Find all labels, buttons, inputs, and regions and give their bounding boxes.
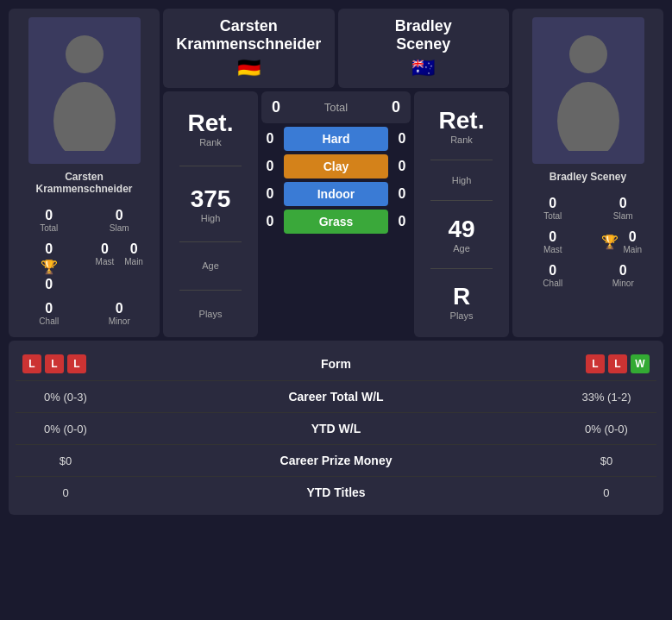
p2-form-badge-0: L — [586, 354, 605, 373]
surface-stats: 0 Total 0 0 Hard 0 0 Cla — [261, 91, 411, 337]
svg-point-3 — [557, 82, 619, 151]
player2-rank-card: Ret. Rank High 49 Age — [414, 91, 509, 337]
player1-mast-box: 0 Mast — [93, 239, 117, 269]
player2-slam-label: Slam — [613, 211, 633, 221]
player1-rank-value: Ret. — [188, 110, 234, 137]
player1-rank-card: Ret. Rank 375 High Age — [163, 91, 258, 337]
svg-point-0 — [66, 35, 104, 73]
player2-trophy-row: 🏆 0 Main — [590, 227, 657, 257]
hard-left: 0 — [261, 131, 279, 147]
player2-mast-stat: 0 Mast — [519, 227, 587, 257]
player2-chall-label: Chall — [543, 279, 562, 288]
player2-rank-item: Ret. Rank — [439, 107, 485, 145]
rank-divider-3 — [179, 290, 242, 291]
player1-age-label: Age — [202, 260, 219, 271]
career-row-1: 0% (0-0) YTD W/L 0% (0-0) — [16, 413, 656, 445]
player1-chall-value: 0 — [45, 301, 53, 316]
p2-form-badge-2: W — [631, 354, 650, 373]
player2-age-label: Age — [448, 243, 474, 254]
player1-card: Carsten Krammenschneider 0 Total 0 Slam … — [9, 9, 160, 337]
player1-main-value: 0 — [45, 277, 53, 292]
hard-badge: Hard — [284, 127, 388, 151]
player1-rank-item: Ret. Rank — [188, 110, 234, 147]
clay-left: 0 — [261, 159, 279, 174]
career-left-1: 0% (0-0) — [22, 423, 109, 435]
player1-mast-stat: 0 🏆 0 — [16, 239, 83, 295]
career-row-3: 0 YTD Titles 0 — [16, 477, 656, 508]
player1-slam-stat: 0 Slam — [86, 205, 154, 235]
player1-chall-stat: 0 Chall — [16, 298, 83, 329]
player2-chall-value: 0 — [549, 263, 556, 279]
player2-age-value: 49 — [448, 216, 474, 243]
career-right-1: 0% (0-0) — [563, 423, 650, 435]
career-right-2: $0 — [563, 454, 650, 467]
form-label: Form — [321, 357, 351, 371]
top-section: Carsten Krammenschneider 0 Total 0 Slam … — [9, 9, 663, 337]
player2-main-value: 0 — [629, 229, 637, 245]
player2-slam-stat: 0 Slam — [590, 193, 657, 223]
p1-form-badge-2: L — [67, 354, 86, 373]
indoor-left: 0 — [261, 186, 279, 202]
player1-slam-value: 0 — [116, 208, 123, 223]
player1-trophy-icon: 🏆 — [41, 259, 58, 275]
career-row-2: $0 Career Prize Money $0 — [16, 445, 656, 477]
bottom-stats: L L L Form L L W 0% (0-3) Career Total W… — [9, 341, 663, 515]
player1-form-badges: L L L — [22, 354, 86, 373]
p2-rank-divider-2 — [430, 200, 493, 201]
hard-row: 0 Hard 0 — [261, 127, 411, 151]
player2-minor-value: 0 — [619, 263, 627, 279]
player1-minor-value: 0 — [116, 301, 123, 316]
player2-plays-item: R Plays — [450, 283, 474, 321]
career-center-1: YTD W/L — [311, 422, 361, 435]
rank-divider-2 — [179, 241, 242, 242]
career-right-3: 0 — [563, 486, 650, 499]
player2-minor-stat: 0 Minor — [590, 260, 657, 291]
player1-total-stat: 0 Total — [16, 205, 83, 235]
p2-rank-divider-1 — [430, 160, 493, 160]
player2-rank-label: Rank — [439, 135, 485, 145]
player2-age-item: 49 Age — [448, 216, 474, 254]
player1-high-label: High — [191, 213, 231, 223]
form-row: L L L Form L L W — [16, 348, 656, 381]
p1-form-badge-0: L — [22, 354, 41, 373]
player1-total-label: Total — [40, 223, 58, 233]
clay-badge: Clay — [284, 154, 388, 178]
indoor-badge: Indoor — [284, 182, 388, 206]
player2-plays-sublabel: Plays — [450, 310, 474, 321]
grass-row: 0 Grass 0 — [261, 210, 411, 234]
p1-mast-val: 0 — [101, 241, 109, 257]
player2-slam-value: 0 — [619, 196, 627, 211]
player2-high-value: High — [452, 175, 472, 185]
career-left-2: $0 — [22, 454, 109, 467]
player1-minor-stat: 0 Minor — [86, 298, 154, 329]
player1-stats: 0 Total 0 Slam 0 🏆 0 0 Mast — [16, 205, 153, 329]
p1-main-lbl: Main — [124, 257, 143, 266]
p1-main-val: 0 — [130, 241, 138, 257]
total-right: 0 — [392, 98, 400, 116]
p1-form-badge-1: L — [45, 354, 64, 373]
total-left: 0 — [272, 98, 280, 116]
clay-right: 0 — [393, 159, 411, 174]
player2-rank-value: Ret. — [439, 107, 485, 135]
clay-row: 0 Clay 0 — [261, 154, 411, 178]
player1-plays-label: Plays — [199, 309, 223, 319]
career-right-0: 33% (1-2) — [563, 391, 650, 404]
player2-name: Bradley Sceney — [550, 171, 626, 183]
player2-form-badges: L L W — [586, 354, 650, 373]
indoor-row: 0 Indoor 0 — [261, 182, 411, 206]
player2-total-value: 0 — [549, 196, 556, 211]
player2-title: BradleySceney — [395, 17, 452, 53]
career-row-0: 0% (0-3) Career Total W/L 33% (1-2) — [16, 381, 656, 413]
player1-name: Carsten Krammenschneider — [16, 171, 153, 195]
hard-right: 0 — [393, 131, 411, 147]
player1-high-item: 375 High — [191, 185, 231, 223]
player2-main-stat: 0 Main — [620, 227, 644, 257]
player1-minor-label: Minor — [109, 316, 130, 326]
p1-mast-lbl: Mast — [96, 257, 115, 266]
player2-total-stat: 0 Total — [519, 193, 587, 223]
rank-divider-1 — [179, 166, 242, 166]
player1-flag: 🇩🇪 — [237, 57, 261, 79]
player2-stats: 0 Total 0 Slam 0 Mast 🏆 0 Main — [519, 193, 656, 291]
player1-avatar — [28, 17, 141, 164]
player2-minor-label: Minor — [612, 279, 634, 288]
